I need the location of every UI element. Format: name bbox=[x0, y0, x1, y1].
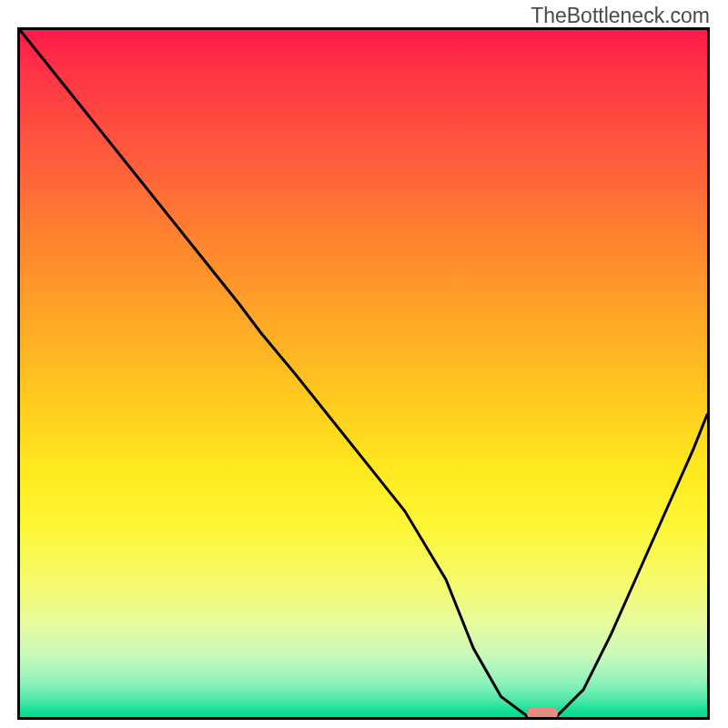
selected-config-marker bbox=[527, 707, 558, 720]
chart-container: TheBottleneck.com bbox=[0, 0, 728, 728]
bottleneck-curve bbox=[20, 30, 707, 717]
plot-area bbox=[17, 27, 710, 720]
watermark-text: TheBottleneck.com bbox=[531, 4, 710, 28]
